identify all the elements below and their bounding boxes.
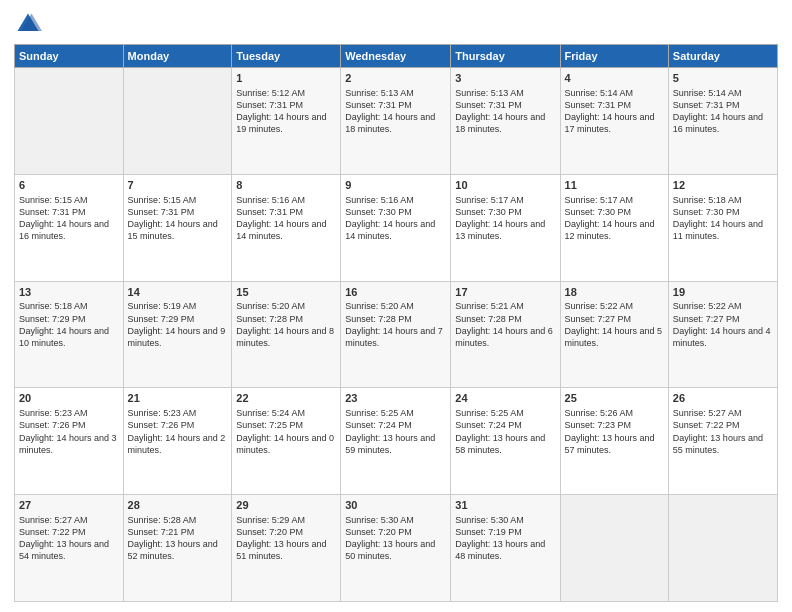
day-info: Sunrise: 5:17 AM Sunset: 7:30 PM Dayligh…: [455, 194, 555, 243]
day-number: 22: [236, 391, 336, 406]
day-cell: 1Sunrise: 5:12 AM Sunset: 7:31 PM Daylig…: [232, 68, 341, 175]
day-cell: 16Sunrise: 5:20 AM Sunset: 7:28 PM Dayli…: [341, 281, 451, 388]
day-number: 9: [345, 178, 446, 193]
day-info: Sunrise: 5:13 AM Sunset: 7:31 PM Dayligh…: [455, 87, 555, 136]
day-info: Sunrise: 5:13 AM Sunset: 7:31 PM Dayligh…: [345, 87, 446, 136]
day-info: Sunrise: 5:18 AM Sunset: 7:29 PM Dayligh…: [19, 300, 119, 349]
day-cell: 18Sunrise: 5:22 AM Sunset: 7:27 PM Dayli…: [560, 281, 668, 388]
day-cell: [668, 495, 777, 602]
day-info: Sunrise: 5:23 AM Sunset: 7:26 PM Dayligh…: [19, 407, 119, 456]
week-row-3: 13Sunrise: 5:18 AM Sunset: 7:29 PM Dayli…: [15, 281, 778, 388]
day-info: Sunrise: 5:15 AM Sunset: 7:31 PM Dayligh…: [128, 194, 228, 243]
day-number: 7: [128, 178, 228, 193]
day-info: Sunrise: 5:16 AM Sunset: 7:30 PM Dayligh…: [345, 194, 446, 243]
day-cell: [123, 68, 232, 175]
day-cell: 8Sunrise: 5:16 AM Sunset: 7:31 PM Daylig…: [232, 174, 341, 281]
day-number: 27: [19, 498, 119, 513]
day-cell: 14Sunrise: 5:19 AM Sunset: 7:29 PM Dayli…: [123, 281, 232, 388]
day-number: 17: [455, 285, 555, 300]
day-info: Sunrise: 5:25 AM Sunset: 7:24 PM Dayligh…: [345, 407, 446, 456]
day-cell: 12Sunrise: 5:18 AM Sunset: 7:30 PM Dayli…: [668, 174, 777, 281]
day-number: 30: [345, 498, 446, 513]
day-number: 12: [673, 178, 773, 193]
week-row-1: 1Sunrise: 5:12 AM Sunset: 7:31 PM Daylig…: [15, 68, 778, 175]
day-number: 21: [128, 391, 228, 406]
day-info: Sunrise: 5:20 AM Sunset: 7:28 PM Dayligh…: [345, 300, 446, 349]
day-number: 19: [673, 285, 773, 300]
day-cell: [15, 68, 124, 175]
day-info: Sunrise: 5:30 AM Sunset: 7:20 PM Dayligh…: [345, 514, 446, 563]
day-info: Sunrise: 5:25 AM Sunset: 7:24 PM Dayligh…: [455, 407, 555, 456]
day-header-saturday: Saturday: [668, 45, 777, 68]
day-cell: 13Sunrise: 5:18 AM Sunset: 7:29 PM Dayli…: [15, 281, 124, 388]
day-number: 24: [455, 391, 555, 406]
day-cell: 29Sunrise: 5:29 AM Sunset: 7:20 PM Dayli…: [232, 495, 341, 602]
day-cell: 5Sunrise: 5:14 AM Sunset: 7:31 PM Daylig…: [668, 68, 777, 175]
day-number: 18: [565, 285, 664, 300]
week-row-5: 27Sunrise: 5:27 AM Sunset: 7:22 PM Dayli…: [15, 495, 778, 602]
day-number: 1: [236, 71, 336, 86]
calendar-table: SundayMondayTuesdayWednesdayThursdayFrid…: [14, 44, 778, 602]
calendar-header: SundayMondayTuesdayWednesdayThursdayFrid…: [15, 45, 778, 68]
day-info: Sunrise: 5:27 AM Sunset: 7:22 PM Dayligh…: [673, 407, 773, 456]
day-cell: 11Sunrise: 5:17 AM Sunset: 7:30 PM Dayli…: [560, 174, 668, 281]
day-info: Sunrise: 5:26 AM Sunset: 7:23 PM Dayligh…: [565, 407, 664, 456]
week-row-2: 6Sunrise: 5:15 AM Sunset: 7:31 PM Daylig…: [15, 174, 778, 281]
day-number: 31: [455, 498, 555, 513]
day-info: Sunrise: 5:21 AM Sunset: 7:28 PM Dayligh…: [455, 300, 555, 349]
day-info: Sunrise: 5:19 AM Sunset: 7:29 PM Dayligh…: [128, 300, 228, 349]
day-cell: 21Sunrise: 5:23 AM Sunset: 7:26 PM Dayli…: [123, 388, 232, 495]
day-number: 5: [673, 71, 773, 86]
day-cell: 24Sunrise: 5:25 AM Sunset: 7:24 PM Dayli…: [451, 388, 560, 495]
day-info: Sunrise: 5:14 AM Sunset: 7:31 PM Dayligh…: [565, 87, 664, 136]
day-info: Sunrise: 5:14 AM Sunset: 7:31 PM Dayligh…: [673, 87, 773, 136]
header-row: SundayMondayTuesdayWednesdayThursdayFrid…: [15, 45, 778, 68]
day-info: Sunrise: 5:27 AM Sunset: 7:22 PM Dayligh…: [19, 514, 119, 563]
day-cell: 28Sunrise: 5:28 AM Sunset: 7:21 PM Dayli…: [123, 495, 232, 602]
day-info: Sunrise: 5:17 AM Sunset: 7:30 PM Dayligh…: [565, 194, 664, 243]
day-cell: 26Sunrise: 5:27 AM Sunset: 7:22 PM Dayli…: [668, 388, 777, 495]
day-info: Sunrise: 5:24 AM Sunset: 7:25 PM Dayligh…: [236, 407, 336, 456]
day-number: 25: [565, 391, 664, 406]
day-info: Sunrise: 5:18 AM Sunset: 7:30 PM Dayligh…: [673, 194, 773, 243]
day-number: 29: [236, 498, 336, 513]
day-info: Sunrise: 5:22 AM Sunset: 7:27 PM Dayligh…: [565, 300, 664, 349]
logo: [14, 10, 46, 38]
day-info: Sunrise: 5:28 AM Sunset: 7:21 PM Dayligh…: [128, 514, 228, 563]
week-row-4: 20Sunrise: 5:23 AM Sunset: 7:26 PM Dayli…: [15, 388, 778, 495]
day-cell: [560, 495, 668, 602]
day-cell: 30Sunrise: 5:30 AM Sunset: 7:20 PM Dayli…: [341, 495, 451, 602]
day-header-monday: Monday: [123, 45, 232, 68]
day-cell: 31Sunrise: 5:30 AM Sunset: 7:19 PM Dayli…: [451, 495, 560, 602]
day-info: Sunrise: 5:30 AM Sunset: 7:19 PM Dayligh…: [455, 514, 555, 563]
day-number: 14: [128, 285, 228, 300]
day-number: 3: [455, 71, 555, 86]
day-info: Sunrise: 5:22 AM Sunset: 7:27 PM Dayligh…: [673, 300, 773, 349]
day-number: 11: [565, 178, 664, 193]
day-info: Sunrise: 5:23 AM Sunset: 7:26 PM Dayligh…: [128, 407, 228, 456]
day-cell: 19Sunrise: 5:22 AM Sunset: 7:27 PM Dayli…: [668, 281, 777, 388]
day-number: 4: [565, 71, 664, 86]
day-number: 28: [128, 498, 228, 513]
day-cell: 2Sunrise: 5:13 AM Sunset: 7:31 PM Daylig…: [341, 68, 451, 175]
header: [14, 10, 778, 38]
day-header-wednesday: Wednesday: [341, 45, 451, 68]
day-cell: 22Sunrise: 5:24 AM Sunset: 7:25 PM Dayli…: [232, 388, 341, 495]
day-info: Sunrise: 5:12 AM Sunset: 7:31 PM Dayligh…: [236, 87, 336, 136]
day-number: 6: [19, 178, 119, 193]
day-number: 16: [345, 285, 446, 300]
day-cell: 23Sunrise: 5:25 AM Sunset: 7:24 PM Dayli…: [341, 388, 451, 495]
day-cell: 7Sunrise: 5:15 AM Sunset: 7:31 PM Daylig…: [123, 174, 232, 281]
day-info: Sunrise: 5:15 AM Sunset: 7:31 PM Dayligh…: [19, 194, 119, 243]
day-number: 20: [19, 391, 119, 406]
day-cell: 4Sunrise: 5:14 AM Sunset: 7:31 PM Daylig…: [560, 68, 668, 175]
day-cell: 6Sunrise: 5:15 AM Sunset: 7:31 PM Daylig…: [15, 174, 124, 281]
day-cell: 9Sunrise: 5:16 AM Sunset: 7:30 PM Daylig…: [341, 174, 451, 281]
logo-icon: [14, 10, 42, 38]
day-number: 2: [345, 71, 446, 86]
day-header-thursday: Thursday: [451, 45, 560, 68]
day-number: 15: [236, 285, 336, 300]
day-cell: 3Sunrise: 5:13 AM Sunset: 7:31 PM Daylig…: [451, 68, 560, 175]
day-number: 8: [236, 178, 336, 193]
day-number: 13: [19, 285, 119, 300]
